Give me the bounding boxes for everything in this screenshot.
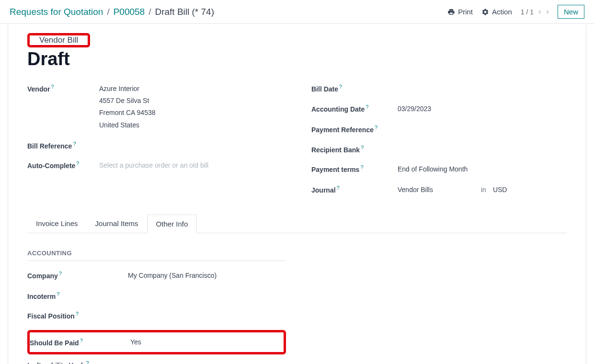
bill-date-label: Bill Date? xyxy=(311,83,398,94)
payment-reference-label: Payment Reference? xyxy=(311,124,398,135)
journal-label: Journal? xyxy=(311,184,398,195)
help-icon[interactable]: ? xyxy=(76,311,79,317)
help-icon[interactable]: ? xyxy=(337,185,340,191)
help-icon[interactable]: ? xyxy=(86,360,89,364)
form-sheet: Vendor Bill Draft Vendor? Azure Interior… xyxy=(8,24,586,364)
help-icon[interactable]: ? xyxy=(59,271,62,276)
inalterability-hash-label: Inalterability Hash? xyxy=(27,359,128,364)
new-button[interactable]: New xyxy=(558,5,584,19)
help-icon[interactable]: ? xyxy=(57,291,59,297)
tab-invoice-lines[interactable]: Invoice Lines xyxy=(27,215,87,233)
gear-icon xyxy=(481,8,489,16)
journal-in-label: in xyxy=(481,184,486,196)
tab-journal-items[interactable]: Journal Items xyxy=(87,215,147,233)
auto-complete-input[interactable]: Select a purchase order or an old bill xyxy=(99,159,208,171)
accounting-date-label: Accounting Date? xyxy=(311,103,398,114)
section-accounting: ACCOUNTING xyxy=(27,250,286,261)
breadcrumb-po[interactable]: P00058 xyxy=(114,7,145,17)
help-icon[interactable]: ? xyxy=(80,338,83,343)
page-title: Draft xyxy=(27,49,567,69)
breadcrumb-root[interactable]: Requests for Quotation xyxy=(10,7,103,17)
breadcrumb-sep: / xyxy=(107,7,109,17)
breadcrumb-current: Draft Bill (* 74) xyxy=(155,7,214,17)
highlight-should-be-paid: Should Be Paid? Yes xyxy=(27,330,286,354)
highlight-vendor-bill: Vendor Bill xyxy=(27,33,90,47)
form-right: Bill Date? Accounting Date? 03/29/2023 P… xyxy=(311,83,567,205)
journal-currency[interactable]: USD xyxy=(493,184,507,196)
help-icon[interactable]: ? xyxy=(339,84,342,90)
form-left: Vendor? Azure Interior 4557 De Silva St … xyxy=(27,83,283,205)
action-label: Action xyxy=(492,8,512,16)
payment-terms-label: Payment terms? xyxy=(311,163,398,175)
help-icon[interactable]: ? xyxy=(366,104,368,110)
pager-next[interactable]: › xyxy=(546,7,549,17)
tab-other-info[interactable]: Other Info xyxy=(147,215,197,233)
print-button[interactable]: Print xyxy=(447,8,473,16)
help-icon[interactable]: ? xyxy=(360,164,363,170)
tabs: Invoice Lines Journal Items Other Info xyxy=(27,215,567,233)
recipient-bank-label: Recipient Bank? xyxy=(311,144,398,155)
print-label: Print xyxy=(458,8,473,16)
company-label: Company? xyxy=(27,270,128,281)
should-be-paid-value[interactable]: Yes xyxy=(130,336,141,348)
breadcrumb-sep: / xyxy=(148,7,151,17)
action-button[interactable]: Action xyxy=(481,8,512,16)
journal-value[interactable]: Vendor Bills xyxy=(398,184,474,196)
auto-complete-label: Auto-Complete? xyxy=(27,159,99,171)
company-value[interactable]: My Company (San Francisco) xyxy=(128,270,217,282)
vendor-label: Vendor? xyxy=(27,83,99,94)
help-icon[interactable]: ? xyxy=(375,125,377,130)
incoterm-label: Incoterm? xyxy=(27,290,128,302)
pager-text: 1 / 1 xyxy=(521,8,534,16)
accounting-date-value[interactable]: 03/29/2023 xyxy=(398,103,431,115)
bill-reference-label: Bill Reference? xyxy=(27,140,99,151)
pager: 1 / 1 ‹ › xyxy=(521,7,549,17)
vendor-bill-badge: Vendor Bill xyxy=(33,33,85,48)
should-be-paid-label: Should Be Paid? xyxy=(30,337,130,348)
breadcrumb: Requests for Quotation / P00058 / Draft … xyxy=(10,7,214,17)
help-icon[interactable]: ? xyxy=(73,141,76,147)
help-icon[interactable]: ? xyxy=(76,160,79,166)
payment-terms-value[interactable]: End of Following Month xyxy=(398,163,468,175)
pager-prev[interactable]: ‹ xyxy=(538,7,541,17)
print-icon xyxy=(447,8,455,16)
help-icon[interactable]: ? xyxy=(51,84,54,90)
help-icon[interactable]: ? xyxy=(361,145,364,150)
vendor-value[interactable]: Azure Interior 4557 De Silva St Fremont … xyxy=(99,83,156,131)
fiscal-position-label: Fiscal Position? xyxy=(27,310,128,321)
